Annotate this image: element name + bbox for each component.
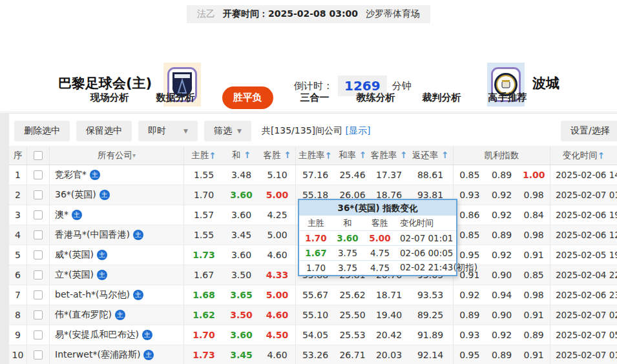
filter-dropdown[interactable]: 筛选▼ <box>204 121 251 141</box>
row-checkbox-cell <box>26 165 49 185</box>
tab-three-in-one[interactable]: 三合一 <box>300 92 329 104</box>
rate-value: 55.10 <box>295 305 335 325</box>
change-time: 2025-02-06 19:22 <box>550 205 617 225</box>
kelly-cell: 0.930.920.89 <box>453 325 550 345</box>
odds-value: 1.73 <box>183 345 224 364</box>
company-cell: 易*(安提瓜和巴布达)主 <box>49 325 183 345</box>
company-name[interactable]: 36*(英国) <box>55 189 96 201</box>
company-name[interactable]: 澳* <box>55 209 68 221</box>
company-cell: bet-at-h*(马尔他)主 <box>49 285 183 305</box>
rate-value: 25.53 <box>335 330 370 340</box>
tooltip-column-header: 变化时间 <box>397 217 456 229</box>
row-checkbox[interactable] <box>34 290 43 299</box>
column-header[interactable]: 客胜 ↑ <box>259 150 295 161</box>
kelly-value: 0.95 <box>454 250 486 260</box>
time-filter-dropdown[interactable]: 即时▼ <box>138 121 198 141</box>
company-name[interactable]: 竞彩官* <box>55 169 87 181</box>
kelly-value: 0.89 <box>486 230 518 240</box>
kelly-value: 0.90 <box>486 270 518 280</box>
odds-value: 3.45 <box>224 230 259 240</box>
tooltip-odds-value: 4.75 <box>362 248 397 258</box>
kelly-value: 0.92 <box>486 330 518 340</box>
column-header[interactable]: 所有公司 ▾ <box>49 146 183 165</box>
venue-label: 沙罗蒂体育场 <box>366 8 420 20</box>
table-row: 7bet-at-h*(马尔他)主1.683.655.0055.6725.6218… <box>9 285 617 305</box>
tooltip-odds-value: 1.70 <box>299 233 333 243</box>
column-header-label: 变化时间 <box>563 150 598 161</box>
home-badge-icon: 主 <box>72 210 82 220</box>
column-header: 凯利指数 <box>453 146 550 165</box>
tab-referee-analysis[interactable]: 裁判分析 <box>423 92 461 104</box>
tooltip-header-row: 主胜和客胜变化时间 <box>299 216 456 230</box>
kelly-cell: 0.850.891.00 <box>453 165 550 185</box>
row-checkbox[interactable] <box>34 210 43 219</box>
company-name[interactable]: 易*(安提瓜和巴布达) <box>55 329 139 341</box>
show-link[interactable]: [显示] <box>345 125 370 136</box>
kelly-value: 0.94 <box>486 290 518 300</box>
tab-coach-analysis[interactable]: 教练分析 <box>357 92 395 104</box>
tab-data-analysis[interactable]: 数据分析 <box>156 92 195 104</box>
odds-value: 3.48 <box>224 170 259 180</box>
odds-value: 5.10 <box>259 170 295 180</box>
column-header[interactable]: 客胜率 ↑ <box>370 150 408 161</box>
row-checkbox-cell <box>26 225 49 245</box>
chevron-down-icon: ▼ <box>237 128 242 134</box>
rate-value: 19.40 <box>370 310 408 320</box>
tooltip-title: 36*(英国) 指数变化 <box>299 200 456 216</box>
company-name[interactable]: 威*(英国) <box>55 249 94 261</box>
tab-live-analysis[interactable]: 现场分析 <box>90 92 129 104</box>
odds-value: 1.57 <box>183 205 224 225</box>
table-row: 8伟*(直布罗陀)主1.623.504.6055.1025.5019.4089.… <box>9 305 617 325</box>
odds-value: 1.67 <box>183 265 224 285</box>
company-name[interactable]: bet-at-h*(马尔他) <box>55 289 130 301</box>
home-badge-icon: 主 <box>142 330 152 340</box>
column-header-label: 主胜 <box>191 150 209 161</box>
column-header[interactable]: 和 ↑ <box>224 150 259 161</box>
settings-select-button[interactable]: 设置/选择 <box>561 121 617 141</box>
row-checkbox[interactable] <box>34 350 43 359</box>
tooltip-row: 1.673.754.7502-06 00:05 <box>299 245 456 260</box>
row-checkbox[interactable] <box>34 270 43 279</box>
toolbar: 删除选中 保留选中 即时▼ 筛选▼ 共[135/135]间公司 [显示] <box>14 121 370 141</box>
sort-ascending-icon: ↑ <box>325 150 332 161</box>
tab-win-draw-lose[interactable]: 胜平负 <box>222 86 273 109</box>
company-cell: 香港马*(中国香港)主 <box>49 225 183 245</box>
tooltip-column-header: 和 <box>333 217 362 229</box>
column-header[interactable]: 主胜 ↑ <box>183 146 224 165</box>
sort-ascending-icon: ↑ <box>598 150 605 161</box>
delete-selected-button[interactable]: 删除选中 <box>14 121 70 141</box>
tooltip-change-time: 02-02 21:43(初指) <box>397 262 477 274</box>
tab-expert-recommend[interactable]: 高手推荐 <box>488 92 527 104</box>
tooltip-odds-value: 1.67 <box>299 248 333 258</box>
company-name[interactable]: 香港马*(中国香港) <box>55 229 130 241</box>
row-checkbox[interactable] <box>34 330 43 339</box>
column-header: 序 <box>9 150 26 161</box>
column-header[interactable]: 返还率 ↑ <box>408 150 453 161</box>
column-header[interactable]: 和率 ↑ <box>335 150 370 161</box>
company-cell: 威*(英国)主 <box>49 245 183 265</box>
column-header[interactable]: 变化时间 ↑ <box>550 146 617 165</box>
odds-history-tooltip: 36*(英国) 指数变化 主胜和客胜变化时间 1.703.605.0002-07… <box>298 199 457 276</box>
row-checkbox[interactable] <box>34 310 43 319</box>
kelly-value: 0.93 <box>454 190 486 200</box>
company-name[interactable]: 伟*(直布罗陀) <box>55 309 112 321</box>
keep-selected-button[interactable]: 保留选中 <box>76 121 132 141</box>
tooltip-change-time: 02-07 01:01 <box>397 233 456 243</box>
change-time: 2025-02-05 19:12 <box>550 245 617 265</box>
column-header[interactable]: 主胜率 ↑ <box>295 146 335 165</box>
kelly-value: 0.85 <box>454 230 486 240</box>
row-checkbox[interactable] <box>34 190 43 199</box>
company-name[interactable]: 立*(英国) <box>55 269 94 281</box>
odds-value: 1.62 <box>183 305 224 325</box>
change-time: 2025-02-06 14:19 <box>550 165 617 185</box>
select-all-checkbox[interactable] <box>34 151 43 160</box>
row-seq: 1 <box>9 170 26 180</box>
change-time: 2025-02-07 02:38 <box>550 305 617 325</box>
rate-value: 20.03 <box>370 350 408 360</box>
kelly-value: 0.86 <box>454 210 486 220</box>
row-checkbox[interactable] <box>34 170 43 179</box>
company-name[interactable]: Interwet*(塞浦路斯) <box>55 349 140 361</box>
row-checkbox[interactable] <box>34 250 43 259</box>
row-checkbox[interactable] <box>34 230 43 239</box>
rate-value: 53.26 <box>295 345 335 364</box>
